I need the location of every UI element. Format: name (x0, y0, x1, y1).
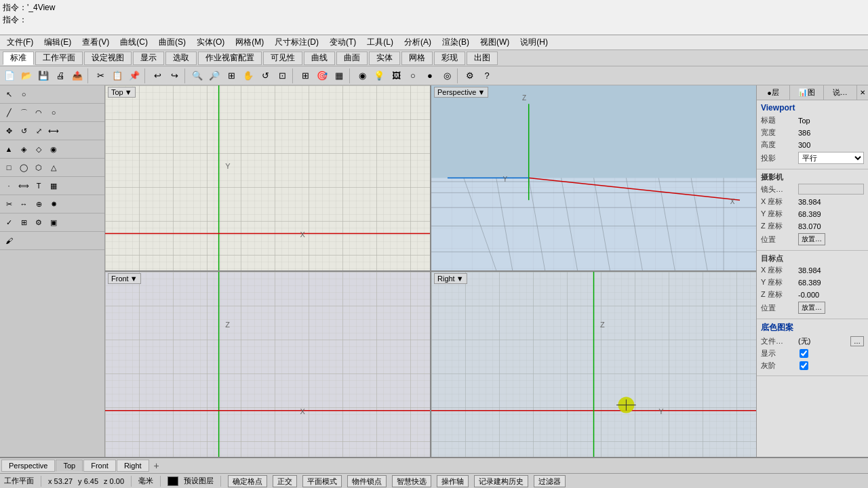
ortho-toggle[interactable]: ⊞ (16, 215, 31, 230)
arc-tool[interactable]: ◠ (31, 105, 46, 120)
export-icon[interactable]: 📤 (69, 68, 85, 84)
status-snap3-btn[interactable]: 平面模式 (302, 475, 342, 487)
material-icon[interactable]: ◉ (354, 68, 370, 84)
menu-view[interactable]: 查看(V) (78, 35, 113, 49)
viewport-perspective[interactable]: X Z Y Perspective ▼ (431, 85, 756, 270)
extrude-tool[interactable]: ▲ (1, 142, 16, 157)
viewport-front[interactable]: Z X Front ▼ (105, 272, 430, 457)
tab-surfaces[interactable]: 曲面 (336, 52, 368, 65)
menu-help[interactable]: 说明(H) (516, 35, 552, 49)
status-snap5-btn[interactable]: 智慧快选 (392, 475, 431, 487)
loft-tool[interactable]: ◈ (16, 142, 31, 157)
btab-top[interactable]: Top (56, 460, 83, 472)
arrow-tool[interactable]: ↖ (1, 87, 16, 102)
sphere-solid-icon[interactable]: ● (422, 68, 438, 84)
point-tool[interactable]: · (1, 178, 16, 193)
explode-tool[interactable]: ✸ (46, 197, 61, 211)
prop-file-btn[interactable]: … (850, 336, 864, 346)
perspective-dropdown-icon[interactable]: ▼ (477, 88, 485, 96)
paint-tool[interactable]: 🖌 (1, 233, 16, 248)
menu-render[interactable]: 渲染(B) (438, 35, 473, 49)
tab-display[interactable]: 显示 (133, 52, 164, 65)
prop-lens-input[interactable]: 50.0 (798, 184, 864, 195)
light-icon[interactable]: 💡 (371, 68, 387, 84)
prop-show-checkbox[interactable] (800, 349, 808, 358)
polyline-tool[interactable]: ⌒ (16, 105, 31, 120)
gumball-icon[interactable]: ⚙ (462, 68, 478, 84)
prop-proj-select[interactable]: 平行 透视 (798, 152, 864, 164)
tab-solids[interactable]: 实体 (369, 52, 400, 65)
tab-curves[interactable]: 曲线 (304, 52, 335, 65)
tab-viewport-config[interactable]: 作业视窗配置 (198, 52, 262, 65)
circle-tool[interactable]: ○ (46, 105, 61, 120)
status-snap7-btn[interactable]: 记录建构历史 (474, 475, 528, 487)
new-icon[interactable]: 📄 (1, 68, 18, 84)
sphere-tool[interactable]: ◯ (16, 160, 31, 175)
prop-tpos-btn[interactable]: 放置… (798, 302, 825, 314)
status-snap2-btn[interactable]: 正交 (273, 475, 297, 487)
menu-surface[interactable]: 曲面(S) (155, 35, 190, 49)
move-tool[interactable]: ✥ (1, 123, 16, 138)
copy-icon[interactable]: 📋 (109, 68, 125, 84)
tab-mesh[interactable]: 网格 (401, 52, 433, 65)
join-tool[interactable]: ⊕ (31, 197, 46, 211)
menu-edit[interactable]: 编辑(E) (40, 35, 75, 49)
menu-analyze[interactable]: 分析(A) (400, 35, 435, 49)
sphere-render-icon[interactable]: ◎ (439, 68, 455, 84)
menu-mesh[interactable]: 网格(M) (231, 35, 268, 49)
top-viewport-label[interactable]: Top ▼ (108, 87, 136, 98)
rp-tab-properties[interactable]: 📊图 (790, 85, 823, 100)
circle-select-tool[interactable]: ○ (16, 87, 31, 102)
grid-icon[interactable]: ⊞ (297, 68, 313, 84)
zoom-sel-icon[interactable]: ⊡ (274, 68, 290, 84)
sweep-tool[interactable]: ◇ (31, 142, 46, 157)
open-icon[interactable]: 📂 (18, 68, 35, 84)
front-viewport-label[interactable]: Front ▼ (108, 273, 141, 284)
rp-tab-notes[interactable]: 说… (824, 85, 857, 100)
btab-front[interactable]: Front (83, 460, 116, 472)
right-dropdown-icon[interactable]: ▼ (456, 274, 464, 283)
menu-solid[interactable]: 实体(O) (193, 35, 229, 49)
save-icon[interactable]: 💾 (35, 68, 52, 84)
rp-tab-layers[interactable]: ●层 (757, 85, 790, 100)
prop-cpos-btn[interactable]: 放置… (798, 233, 825, 245)
menu-window[interactable]: 视图(W) (476, 35, 513, 49)
status-snap1-btn[interactable]: 确定格点 (228, 475, 267, 487)
revolve-tool[interactable]: ◉ (46, 142, 61, 157)
status-snap4-btn[interactable]: 物件锁点 (347, 475, 387, 487)
front-dropdown-icon[interactable]: ▼ (130, 274, 138, 283)
snap-toggle[interactable]: ✓ (1, 215, 16, 230)
tab-visibility[interactable]: 可见性 (263, 52, 302, 65)
hatch-tool[interactable]: ▦ (46, 178, 61, 193)
btab-right[interactable]: Right (117, 460, 149, 472)
dim-tool[interactable]: ⟺ (16, 178, 31, 193)
trim-tool[interactable]: ✂ (1, 197, 16, 211)
menu-dim[interactable]: 尺寸标注(D) (271, 35, 323, 49)
viewport-top[interactable]: Y X Top ▼ (105, 85, 430, 270)
mirror-tool[interactable]: ⟷ (46, 123, 61, 138)
cut-icon[interactable]: ✂ (92, 68, 108, 84)
line-tool[interactable]: ╱ (1, 105, 16, 120)
text-tool[interactable]: T (31, 178, 46, 193)
shade-toggle[interactable]: ▣ (46, 215, 61, 230)
tab-workplane[interactable]: 工作平面 (35, 52, 83, 65)
viewport-right[interactable]: Z Y Right ▼ (431, 272, 756, 457)
btab-perspective[interactable]: Perspective (1, 460, 55, 472)
tab-rendering[interactable]: 彩现 (434, 52, 465, 65)
layer-icon[interactable]: ▦ (331, 68, 347, 84)
tab-standard[interactable]: 标准 (3, 52, 34, 65)
rotate-tool[interactable]: ↺ (16, 123, 31, 138)
right-viewport-label[interactable]: Right ▼ (434, 273, 467, 284)
add-viewport-btn[interactable]: + (150, 460, 163, 472)
box-tool[interactable]: □ (1, 160, 16, 175)
help-icon[interactable]: ? (479, 68, 495, 84)
menu-transform[interactable]: 变动(T) (326, 35, 360, 49)
zoom-out-icon[interactable]: 🔎 (206, 68, 222, 84)
print-icon[interactable]: 🖨 (52, 68, 68, 84)
zoom-extents-icon[interactable]: ⊞ (223, 68, 239, 84)
cone-tool[interactable]: △ (46, 160, 61, 175)
pan-icon[interactable]: ✋ (240, 68, 256, 84)
gumball-toggle[interactable]: ⚙ (31, 215, 46, 230)
tab-select[interactable]: 选取 (165, 52, 197, 65)
tab-setview[interactable]: 设定视图 (84, 52, 132, 65)
